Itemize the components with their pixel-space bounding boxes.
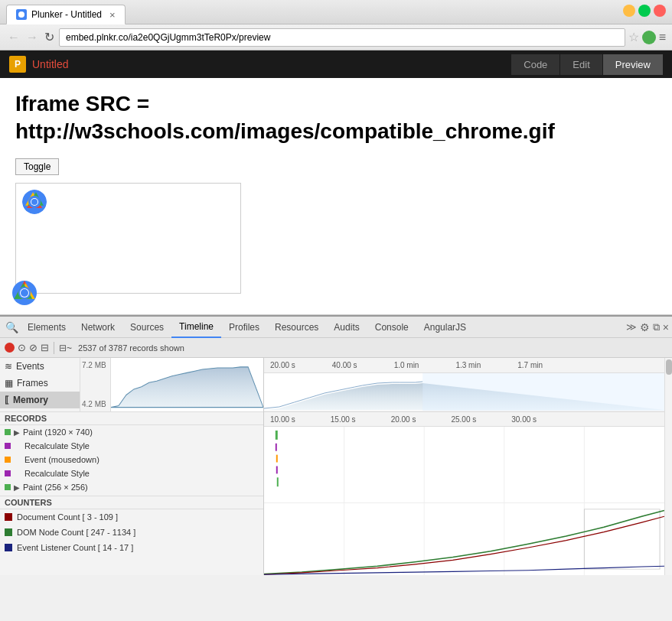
devtools-dock-btn[interactable]: ≫ [626, 321, 637, 333]
record-arrow-4: ▶ [14, 483, 20, 492]
tab-preview[interactable]: Preview [603, 54, 663, 75]
records-section: RECORDS ▶ Paint (1920 × 740) Recalculate… [0, 411, 263, 494]
counter-item-1: DOM Node Count [ 247 - 1134 ] [0, 525, 263, 540]
devtools-settings-btn[interactable]: ⚙ [640, 321, 650, 333]
tab-code[interactable]: Code [511, 54, 559, 75]
counter-color-1 [5, 528, 12, 536]
window-controls: _ [623, 5, 666, 17]
devtools-right-icons: ≫ ⚙ ⧉ × [626, 321, 669, 333]
plunker-header: P Untitled Code Edit Preview [0, 50, 672, 78]
timeline-top-header: 20.00 s 40.00 s 1.0 min 1.3 min 1.7 min [264, 358, 664, 373]
address-bar[interactable] [59, 28, 625, 47]
divider [54, 342, 54, 354]
plunker-logo: P [9, 56, 26, 73]
counter-item-0: Document Count [ 3 - 109 ] [0, 509, 263, 525]
devtools-close-btn[interactable]: × [663, 321, 669, 333]
record-btn[interactable] [5, 343, 15, 353]
back-btn[interactable]: ← [6, 29, 21, 46]
close-btn[interactable] [654, 5, 666, 17]
counters-section: COUNTERS Document Count [ 3 - 109 ] DOM … [0, 496, 263, 555]
svg-point-3 [31, 199, 38, 205]
browser-toolbar: ← → ↻ ☆ ≡ [0, 24, 672, 50]
menu-btn[interactable]: ≡ [659, 31, 666, 44]
devtools-panel: 🔍 Elements Network Sources Timeline Prof… [0, 315, 672, 575]
devtools-search-icon[interactable]: 🔍 [3, 319, 20, 336]
records-info: 2537 of 3787 records shown [78, 343, 184, 353]
record-color-2 [5, 457, 11, 463]
svg-rect-22 [584, 509, 660, 569]
tab-edit[interactable]: Edit [560, 54, 602, 75]
memory-labels: 7.2 MB 4.2 MB [80, 358, 111, 411]
timeline-records-header: 10.00 s 15.00 s 20.00 s 25.00 s 30.00 s [264, 411, 664, 427]
counter-item-2: Event Listener Count [ 14 - 17 ] [0, 540, 263, 555]
tab-profiles[interactable]: Profiles [221, 317, 267, 338]
scroll-thumb[interactable] [666, 359, 672, 375]
counter-color-2 [5, 544, 12, 551]
record-item-3: Recalculate Style [0, 467, 263, 480]
sidebar-item-events[interactable]: ≋ Events [0, 358, 80, 375]
counter-color-0 [5, 513, 12, 521]
svg-rect-8 [422, 373, 664, 411]
toggle-button[interactable]: Toggle [15, 158, 59, 175]
browser-titlebar: Plunker - Untitled × _ [0, 0, 672, 24]
devtools-scrollbar[interactable] [664, 358, 672, 575]
record-color-4 [5, 484, 11, 490]
tab-audits[interactable]: Audits [326, 317, 367, 338]
tab-title: Plunker - Untitled [31, 9, 102, 20]
record-item-4: ▶ Paint (256 × 256) [0, 480, 263, 494]
tab-angularjs[interactable]: AngularJS [416, 317, 474, 338]
events-icon: ≋ [5, 361, 12, 372]
page-heading: Iframe SRC = http://w3schools.com/images… [15, 90, 657, 146]
record-color-1 [5, 443, 11, 449]
forward-btn[interactable]: → [24, 29, 40, 46]
records-label: RECORDS [0, 411, 263, 425]
sidebar-item-frames[interactable]: ▦ Frames [0, 375, 80, 392]
record-item-1: Recalculate Style [0, 439, 263, 453]
browser-tab[interactable]: Plunker - Untitled × [6, 5, 126, 24]
tab-network[interactable]: Network [73, 317, 122, 338]
records-timeline-area [264, 427, 664, 503]
svg-rect-16 [276, 466, 278, 473]
devtools-tabs-bar: 🔍 Elements Network Sources Timeline Prof… [0, 317, 672, 338]
filter-btn[interactable]: ⊟ [41, 342, 49, 353]
maximize-btn[interactable] [638, 5, 651, 17]
counters-label: COUNTERS [0, 496, 263, 509]
record-arrow-0: ▶ [14, 428, 20, 437]
clear-btn[interactable]: ⊘ [29, 342, 38, 353]
record-color-0 [5, 429, 11, 435]
tab-resources[interactable]: Resources [267, 317, 326, 338]
iframe-container [15, 183, 241, 294]
devtools-body: ≋ Events ▦ Frames ⟦ Memory 7.2 MB 4.2 [0, 358, 672, 575]
tab-timeline[interactable]: Timeline [171, 317, 221, 338]
tab-favicon [16, 9, 27, 20]
svg-rect-17 [277, 477, 279, 486]
chrome-logo-top [22, 190, 47, 214]
sidebar-top: ≋ Events ▦ Frames ⟦ Memory 7.2 MB 4.2 [0, 358, 263, 411]
main-content: Iframe SRC = http://w3schools.com/images… [0, 78, 672, 315]
star-btn[interactable]: ☆ [628, 30, 639, 44]
frames-icon: ▦ [5, 378, 13, 389]
svg-rect-15 [276, 455, 278, 463]
devtools-undock-btn[interactable]: ⧉ [653, 321, 660, 333]
record-color-3 [5, 470, 11, 476]
tab-console[interactable]: Console [367, 317, 416, 338]
flame-chart-btn[interactable]: ⊟~ [59, 343, 72, 353]
sidebar-items: ≋ Events ▦ Frames ⟦ Memory [0, 358, 80, 411]
svg-rect-14 [276, 444, 277, 451]
tab-elements[interactable]: Elements [20, 317, 73, 338]
tab-close-btn[interactable]: × [109, 9, 116, 21]
stop-btn[interactable]: ⊙ [18, 342, 26, 353]
devtools-toolbar: ⊙ ⊘ ⊟ ⊟~ 2537 of 3787 records shown [0, 338, 672, 358]
devtools-right-panel: 20.00 s 40.00 s 1.0 min 1.3 min 1.7 min [264, 358, 664, 575]
plunker-title: Untitled [32, 58, 511, 70]
devtools-sidebar: ≋ Events ▦ Frames ⟦ Memory 7.2 MB 4.2 [0, 358, 264, 575]
svg-rect-13 [276, 431, 278, 440]
record-item-2: Event (mousedown) [0, 453, 263, 467]
svg-point-7 [21, 289, 28, 297]
tab-sources[interactable]: Sources [122, 317, 171, 338]
plunker-nav-tabs: Code Edit Preview [511, 54, 663, 75]
sidebar-item-memory[interactable]: ⟦ Memory [0, 392, 80, 408]
memory-chart [111, 358, 263, 411]
refresh-btn[interactable]: ↻ [43, 28, 56, 46]
minimize-btn[interactable]: _ [623, 5, 635, 17]
